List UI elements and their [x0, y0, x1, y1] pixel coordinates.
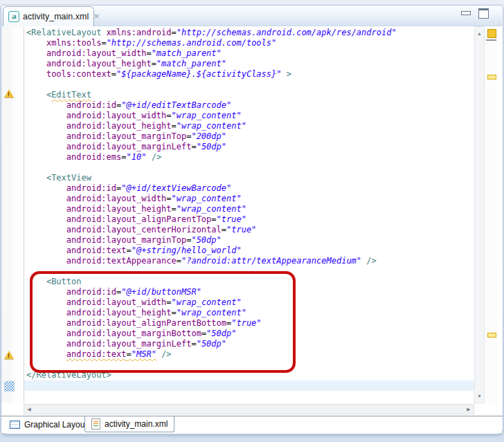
tab-title: activity_main.xml [23, 12, 89, 21]
warning-icon[interactable] [4, 89, 14, 98]
code-token: android:layout_width [66, 111, 167, 120]
code-token [26, 142, 66, 151]
tab-graphical-layout-label: Graphical Layout [24, 420, 87, 430]
code-token: "10" [127, 152, 147, 162]
code-line: android:id="@+id/textViewBarcode" [26, 183, 397, 194]
code-token: /> [152, 152, 161, 162]
code-token: = [172, 121, 177, 131]
code-token: <RelativeLayout [26, 28, 101, 37]
code-token: = [111, 69, 116, 79]
code-token: android:layout_alignParentTop [66, 214, 212, 224]
code-line: android:layout_marginLeft="50dp" [26, 142, 397, 152]
code-line: android:layout_width="match_parent" [26, 48, 397, 59]
code-token: = [222, 225, 226, 234]
code-token: "${packageName}.${activityClass}" [116, 69, 281, 79]
vertical-scrollbar[interactable] [474, 26, 485, 403]
overview-warning-header-icon[interactable] [487, 29, 496, 38]
code-token [26, 256, 66, 266]
annotation-gutter [1, 26, 24, 403]
code-token: "wrap_content" [177, 121, 246, 131]
warning-icon[interactable] [4, 351, 14, 359]
code-line [26, 80, 397, 90]
code-token: "true" [217, 214, 246, 224]
tab-activity-main-xml[interactable]: a activity_main.xml ✕ [3, 6, 94, 26]
code-token: = [166, 194, 171, 203]
code-line [26, 380, 397, 391]
code-token [281, 69, 286, 79]
code-token: /> [366, 256, 376, 266]
xml-source-icon [91, 418, 100, 430]
code-token: android:layout_marginTop [66, 131, 186, 141]
code-token: = [172, 204, 177, 214]
button-annotation-box [30, 271, 296, 373]
code-token: "http://schemas.android.com/tools" [107, 38, 277, 48]
bottom-tab-bar: Graphical Layout activity_main.xml [1, 416, 502, 433]
code-token: android:layout_marginTop [66, 235, 186, 245]
code-line: android:ems="10" /> [26, 152, 397, 163]
tab-xml-source-label: activity_main.xml [105, 419, 168, 429]
warning-marker[interactable] [487, 333, 496, 338]
code-token: android:layout_height [66, 121, 172, 131]
close-icon[interactable]: ✕ [93, 13, 99, 20]
code-token: android:ems [66, 152, 121, 162]
horizontal-scrollbar[interactable] [24, 404, 474, 414]
code-token: "match_parent" [156, 59, 226, 68]
code-token: "http://schemas.android.com/apk/res/andr… [177, 28, 397, 37]
android-xml-file-icon: a [8, 11, 19, 22]
code-token: android:id [66, 183, 116, 193]
code-token [26, 90, 46, 100]
code-token: "wrap_content" [172, 111, 242, 120]
code-line: tools:context="${packageName}.${activity… [26, 69, 397, 80]
code-token: android:layout_height [66, 204, 172, 214]
code-token [26, 235, 66, 245]
tab-xml-source[interactable]: activity_main.xml [84, 416, 174, 432]
code-token [26, 225, 66, 234]
code-token: xmlns:tools [46, 38, 101, 48]
code-token [26, 173, 46, 183]
code-token: = [121, 152, 126, 162]
overview-ruler[interactable] [485, 26, 497, 403]
code-token: "wrap_content" [177, 204, 246, 214]
code-token: <TextView [46, 173, 91, 183]
tab-graphical-layout[interactable]: Graphical Layout [4, 416, 93, 432]
code-token: android:layout_width [46, 48, 147, 58]
code-line: android:layout_width="wrap_content" [26, 194, 397, 204]
minimize-view-button[interactable] [461, 11, 471, 15]
code-line: android:layout_marginTop="200dp" [26, 131, 397, 142]
overview-ruler-divider [486, 39, 496, 41]
code-token: android:layout_height [46, 59, 152, 68]
code-line: android:layout_alignParentTop="true" [26, 214, 397, 225]
code-line: android:layout_height="wrap_content" [26, 204, 397, 214]
code-token: "50dp" [191, 235, 221, 245]
scroll-down-icon[interactable]: ▼ [474, 392, 485, 400]
code-token: = [191, 142, 196, 151]
code-token: "@+id/editTextBarcode" [121, 100, 231, 110]
code-line: android:layout_marginTop="50dp" [26, 235, 397, 246]
code-line: android:layout_height="wrap_content" [26, 121, 397, 131]
code-token [26, 183, 66, 193]
code-token [146, 152, 151, 162]
code-token: "match_parent" [152, 48, 222, 58]
code-token: android:id [66, 100, 116, 110]
code-token: "@+string/hello_world" [132, 246, 242, 255]
scroll-up-icon[interactable]: ▲ [474, 29, 485, 38]
code-token: EditText [51, 90, 91, 100]
maximize-view-button[interactable] [478, 8, 489, 19]
graphical-layout-icon [10, 421, 20, 429]
code-token [26, 214, 66, 224]
code-token: "50dp" [197, 142, 226, 151]
scroll-left-icon[interactable]: ◀ [24, 404, 34, 414]
code-line: <RelativeLayout xmlns:android="http://sc… [26, 28, 397, 38]
code-token: android:text [66, 246, 127, 255]
warning-marker[interactable] [487, 75, 496, 80]
scroll-right-icon[interactable]: ▶ [464, 404, 474, 414]
code-token [26, 48, 46, 58]
code-line: android:text="@+string/hello_world" [26, 246, 397, 256]
code-token: android:layout_width [66, 194, 167, 203]
code-token [26, 246, 66, 255]
code-line: android:id="@+id/editTextBarcode" [26, 100, 397, 111]
code-token: > [287, 69, 291, 79]
code-token: "?android:attr/textAppearanceMedium" [181, 256, 361, 266]
code-line: xmlns:tools="http://schemas.android.com/… [26, 38, 397, 48]
code-token: = [127, 246, 132, 255]
